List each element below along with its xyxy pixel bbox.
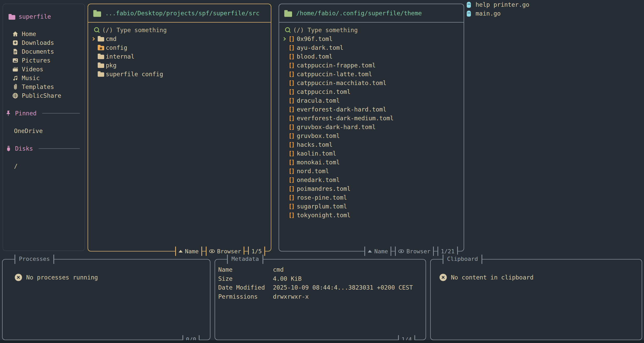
toml-icon [288,79,297,87]
pinned-item-label: OneDrive [14,128,43,134]
sidebar-item-publicshare[interactable]: PublicShare [5,91,82,100]
file-row[interactable]: gruvbox.toml [281,131,462,140]
file-row[interactable]: poimandres.toml [281,184,462,193]
eye-icon [398,249,404,253]
metadata-row: Date Modified 2025-10-09 08:44:4...38230… [218,283,426,292]
file-row[interactable]: catppuccin.toml [281,87,462,96]
sort-ascending-icon [368,250,372,253]
file-row[interactable]: superfile_config [90,70,269,79]
file-row[interactable]: gruvbox-dark-hard.toml [281,123,462,131]
disks-section-header: Disks [5,144,82,153]
metadata-panel-title: Metadata [227,255,263,264]
metadata-panel: Metadata Name cmd Size 4.00 KiB Date Mod… [215,259,426,340]
sidebar-item-documents[interactable]: Documents [5,47,82,56]
processes-empty-state: No processes running [3,274,210,281]
search-placeholder: (/) Type something [102,27,167,33]
selected-chevron-icon [282,38,288,40]
sidebar-item-label: Videos [22,66,43,73]
pictures-icon [12,57,19,64]
sidebar-item-pictures[interactable]: Pictures [5,56,82,65]
toml-icon [288,193,297,202]
toml-icon [288,211,297,220]
processes-empty-text: No processes running [26,274,98,281]
file-panel-path-bar: ...fabio/Desktop/projects/spf/superfile/… [88,4,271,23]
folder-config-icon [97,43,106,52]
x-circle-icon [15,274,22,281]
sort-ascending-icon [179,250,183,253]
sidebar-item-root-disk[interactable]: / [5,162,82,171]
selected-chevron-icon [91,38,97,40]
file-panel-search[interactable]: (/) Type something [90,26,269,34]
clipboard-empty-state: No content in clipboard [431,274,642,281]
file-row[interactable]: onedark.toml [281,176,462,184]
sort-label: Name [185,248,199,255]
toml-icon [288,202,297,211]
toml-icon [288,158,297,167]
sidebar-item-templates[interactable]: Templates [5,82,82,91]
preview-file-row[interactable]: help_printer.go [466,0,637,9]
toml-icon [288,87,297,96]
folder-icon [97,52,106,61]
file-name: main.go [476,10,501,17]
file-row[interactable]: nord.toml [281,167,462,176]
file-row[interactable]: kaolin.toml [281,149,462,158]
file-row[interactable]: everforest-dark-hard.toml [281,105,462,114]
folder-icon [97,70,106,79]
file-row[interactable]: dracula.toml [281,96,462,105]
metadata-rows: Name cmd Size 4.00 KiB Date Modified 202… [215,260,426,301]
file-row[interactable]: rose-pine.toml [281,193,462,202]
app-title-row: superfile [8,11,82,22]
folder-icon [97,34,106,43]
processes-panel-title: Processes [15,255,54,264]
file-row[interactable]: sugarplum.toml [281,202,462,211]
file-row[interactable]: pkg [90,61,269,70]
sidebar-item-videos[interactable]: Videos [5,65,82,74]
file-name: tokyonight.toml [297,212,351,219]
metadata-value: drwxrwxr-x [273,293,309,300]
processes-panel: Processes No processes running 0/0 [2,259,210,340]
counter-value: 1/5 [251,248,262,255]
file-name: nord.toml [297,168,329,174]
file-name: pkg [106,62,117,69]
file-name: dracula.toml [297,97,340,104]
home-icon [12,31,19,37]
clipboard-panel-title: Clipboard [443,255,482,264]
sidebar-item-label: PublicShare [22,92,61,99]
file-row[interactable]: cmd [90,34,269,43]
file-row[interactable]: hacks.toml [281,140,462,149]
section-divider [42,113,80,114]
toml-icon [288,131,297,140]
file-row[interactable]: everforest-dark-medium.toml [281,114,462,123]
metadata-row: Name cmd [218,265,426,274]
panel-path: /home/fabio/.config/superfile/theme [296,10,422,17]
sidebar-item-music[interactable]: Music [5,74,82,82]
preview-file-row[interactable]: main.go [466,9,637,18]
go-icon [466,0,474,9]
file-name: catppuccin-frappe.toml [297,62,376,69]
file-row[interactable]: tokyonight.toml [281,211,462,220]
file-row[interactable]: catppuccin-latte.toml [281,70,462,79]
file-row[interactable]: ayu-dark.toml [281,43,462,52]
file-name: poimandres.toml [297,185,351,192]
file-row[interactable]: catppuccin-macchiato.toml [281,79,462,87]
toml-icon [288,43,297,52]
file-name: everforest-dark-hard.toml [297,106,386,113]
documents-icon [12,48,19,55]
clipboard-panel: Clipboard No content in clipboard [430,259,642,340]
theme-panel-search[interactable]: (/) Type something [281,26,462,34]
preview-file-list: help_printer.go main.go [466,0,637,18]
toml-icon [288,167,297,176]
file-row[interactable]: catppuccin-frappe.toml [281,61,462,70]
file-row[interactable]: blood.toml [281,52,462,61]
file-row[interactable]: config [90,43,269,52]
toml-icon [288,52,297,61]
sidebar-item-onedrive[interactable]: OneDrive [5,127,82,135]
file-row[interactable]: monokai.toml [281,158,462,167]
toml-icon [288,140,297,149]
mode-label: Browser [217,248,241,255]
sidebar-item-home[interactable]: Home [5,30,82,38]
pinned-section-header: Pinned [5,109,82,118]
file-row[interactable]: 0x96f.toml [281,34,462,43]
file-row[interactable]: internal [90,52,269,61]
sidebar-item-downloads[interactable]: Downloads [5,38,82,47]
